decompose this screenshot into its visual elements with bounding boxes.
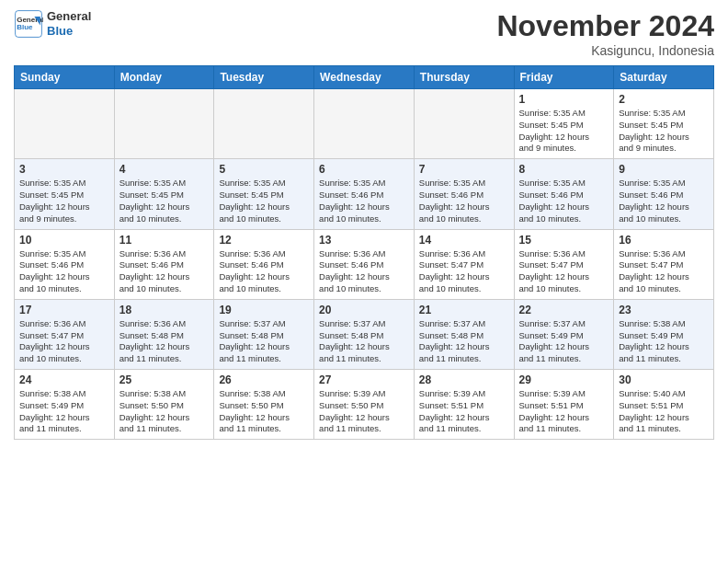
- day-info: Sunrise: 5:36 AM Sunset: 5:48 PM Dayligh…: [119, 318, 210, 365]
- day-number: 20: [319, 304, 409, 316]
- day-number: 16: [619, 234, 709, 247]
- day-info: Sunrise: 5:35 AM Sunset: 5:45 PM Dayligh…: [519, 108, 609, 155]
- calendar-header-thursday: Thursday: [414, 66, 514, 89]
- month-title: November 2024: [496, 9, 714, 43]
- calendar-cell: 11Sunrise: 5:36 AM Sunset: 5:46 PM Dayli…: [114, 229, 214, 299]
- day-number: 12: [219, 234, 309, 247]
- calendar-cell: 24Sunrise: 5:38 AM Sunset: 5:49 PM Dayli…: [15, 370, 115, 440]
- page: General Blue General Blue November 2024 …: [0, 0, 728, 449]
- day-number: 19: [219, 304, 309, 316]
- day-info: Sunrise: 5:38 AM Sunset: 5:50 PM Dayligh…: [219, 388, 309, 435]
- day-info: Sunrise: 5:35 AM Sunset: 5:46 PM Dayligh…: [319, 178, 409, 224]
- day-info: Sunrise: 5:40 AM Sunset: 5:51 PM Dayligh…: [619, 388, 709, 435]
- day-number: 30: [619, 373, 709, 386]
- day-number: 5: [219, 163, 309, 176]
- logo-line2: Blue: [47, 24, 91, 39]
- calendar-cell: 29Sunrise: 5:39 AM Sunset: 5:51 PM Dayli…: [514, 370, 614, 440]
- day-info: Sunrise: 5:36 AM Sunset: 5:47 PM Dayligh…: [19, 318, 109, 365]
- day-info: Sunrise: 5:35 AM Sunset: 5:46 PM Dayligh…: [519, 178, 609, 224]
- calendar-cell: 23Sunrise: 5:38 AM Sunset: 5:49 PM Dayli…: [614, 299, 714, 369]
- day-number: 23: [619, 304, 709, 316]
- calendar-cell: 14Sunrise: 5:36 AM Sunset: 5:47 PM Dayli…: [414, 229, 514, 299]
- calendar-header-saturday: Saturday: [614, 66, 714, 89]
- calendar-cell: 18Sunrise: 5:36 AM Sunset: 5:48 PM Dayli…: [114, 299, 214, 369]
- calendar-header-row: SundayMondayTuesdayWednesdayThursdayFrid…: [15, 66, 714, 89]
- calendar-cell: 13Sunrise: 5:36 AM Sunset: 5:46 PM Dayli…: [314, 229, 415, 299]
- calendar-cell: 27Sunrise: 5:39 AM Sunset: 5:50 PM Dayli…: [314, 370, 415, 440]
- day-number: 11: [119, 234, 210, 247]
- day-number: 7: [419, 163, 509, 176]
- day-number: 2: [619, 93, 709, 106]
- calendar-header-wednesday: Wednesday: [314, 66, 415, 89]
- calendar-cell: 1Sunrise: 5:35 AM Sunset: 5:45 PM Daylig…: [514, 89, 614, 159]
- day-info: Sunrise: 5:36 AM Sunset: 5:46 PM Dayligh…: [219, 248, 309, 295]
- calendar-cell: 17Sunrise: 5:36 AM Sunset: 5:47 PM Dayli…: [15, 299, 115, 369]
- day-info: Sunrise: 5:36 AM Sunset: 5:47 PM Dayligh…: [519, 248, 609, 295]
- calendar-cell: 6Sunrise: 5:35 AM Sunset: 5:46 PM Daylig…: [314, 159, 415, 229]
- day-number: 27: [319, 373, 409, 386]
- day-info: Sunrise: 5:36 AM Sunset: 5:46 PM Dayligh…: [119, 248, 210, 295]
- calendar-cell: [15, 89, 115, 159]
- day-number: 22: [519, 304, 609, 316]
- calendar-header-tuesday: Tuesday: [214, 66, 314, 89]
- calendar-cell: 10Sunrise: 5:35 AM Sunset: 5:46 PM Dayli…: [15, 229, 115, 299]
- header: General Blue General Blue November 2024 …: [14, 9, 714, 58]
- day-info: Sunrise: 5:36 AM Sunset: 5:47 PM Dayligh…: [619, 248, 709, 295]
- calendar-cell: 22Sunrise: 5:37 AM Sunset: 5:49 PM Dayli…: [514, 299, 614, 369]
- day-info: Sunrise: 5:38 AM Sunset: 5:49 PM Dayligh…: [19, 388, 109, 435]
- day-number: 29: [519, 373, 609, 386]
- day-info: Sunrise: 5:36 AM Sunset: 5:46 PM Dayligh…: [319, 248, 409, 295]
- calendar-cell: 12Sunrise: 5:36 AM Sunset: 5:46 PM Dayli…: [214, 229, 314, 299]
- logo-line1: General: [47, 9, 91, 24]
- day-info: Sunrise: 5:39 AM Sunset: 5:51 PM Dayligh…: [519, 388, 609, 435]
- day-info: Sunrise: 5:35 AM Sunset: 5:46 PM Dayligh…: [19, 248, 109, 295]
- day-number: 4: [119, 163, 210, 176]
- day-info: Sunrise: 5:37 AM Sunset: 5:49 PM Dayligh…: [519, 318, 609, 365]
- title-block: November 2024 Kasiguncu, Indonesia: [496, 9, 714, 58]
- calendar-header-sunday: Sunday: [15, 66, 115, 89]
- day-number: 6: [319, 163, 409, 176]
- day-number: 25: [119, 373, 210, 386]
- calendar-week-2: 3Sunrise: 5:35 AM Sunset: 5:45 PM Daylig…: [15, 159, 714, 229]
- calendar-cell: [214, 89, 314, 159]
- day-number: 28: [419, 373, 509, 386]
- day-number: 13: [319, 234, 409, 247]
- day-info: Sunrise: 5:37 AM Sunset: 5:48 PM Dayligh…: [219, 318, 309, 365]
- calendar-header-friday: Friday: [514, 66, 614, 89]
- day-number: 14: [419, 234, 509, 247]
- day-number: 9: [619, 163, 709, 176]
- day-info: Sunrise: 5:35 AM Sunset: 5:46 PM Dayligh…: [419, 178, 509, 224]
- day-info: Sunrise: 5:37 AM Sunset: 5:48 PM Dayligh…: [319, 318, 409, 365]
- day-info: Sunrise: 5:35 AM Sunset: 5:45 PM Dayligh…: [19, 178, 109, 224]
- calendar-week-5: 24Sunrise: 5:38 AM Sunset: 5:49 PM Dayli…: [15, 370, 714, 440]
- day-info: Sunrise: 5:35 AM Sunset: 5:45 PM Dayligh…: [119, 178, 210, 224]
- svg-text:Blue: Blue: [17, 23, 33, 31]
- calendar-cell: 19Sunrise: 5:37 AM Sunset: 5:48 PM Dayli…: [214, 299, 314, 369]
- day-number: 26: [219, 373, 309, 386]
- calendar-cell: 20Sunrise: 5:37 AM Sunset: 5:48 PM Dayli…: [314, 299, 415, 369]
- calendar-cell: [314, 89, 415, 159]
- day-info: Sunrise: 5:37 AM Sunset: 5:48 PM Dayligh…: [419, 318, 509, 365]
- logo-text: General Blue: [47, 9, 91, 38]
- calendar-cell: 25Sunrise: 5:38 AM Sunset: 5:50 PM Dayli…: [114, 370, 214, 440]
- calendar-cell: 8Sunrise: 5:35 AM Sunset: 5:46 PM Daylig…: [514, 159, 614, 229]
- calendar-cell: 3Sunrise: 5:35 AM Sunset: 5:45 PM Daylig…: [15, 159, 115, 229]
- calendar-cell: 9Sunrise: 5:35 AM Sunset: 5:46 PM Daylig…: [614, 159, 714, 229]
- calendar-week-4: 17Sunrise: 5:36 AM Sunset: 5:47 PM Dayli…: [15, 299, 714, 369]
- day-info: Sunrise: 5:38 AM Sunset: 5:50 PM Dayligh…: [119, 388, 210, 435]
- calendar-cell: 28Sunrise: 5:39 AM Sunset: 5:51 PM Dayli…: [414, 370, 514, 440]
- calendar-cell: 2Sunrise: 5:35 AM Sunset: 5:45 PM Daylig…: [614, 89, 714, 159]
- day-info: Sunrise: 5:35 AM Sunset: 5:46 PM Dayligh…: [619, 178, 709, 224]
- calendar-header-monday: Monday: [114, 66, 214, 89]
- day-number: 10: [19, 234, 109, 247]
- day-number: 21: [419, 304, 509, 316]
- calendar-cell: [114, 89, 214, 159]
- calendar-cell: 16Sunrise: 5:36 AM Sunset: 5:47 PM Dayli…: [614, 229, 714, 299]
- day-number: 3: [19, 163, 109, 176]
- day-number: 15: [519, 234, 609, 247]
- day-info: Sunrise: 5:35 AM Sunset: 5:45 PM Dayligh…: [219, 178, 309, 224]
- day-number: 24: [19, 373, 109, 386]
- logo: General Blue General Blue: [14, 9, 91, 39]
- calendar: SundayMondayTuesdayWednesdayThursdayFrid…: [14, 65, 714, 440]
- calendar-cell: 15Sunrise: 5:36 AM Sunset: 5:47 PM Dayli…: [514, 229, 614, 299]
